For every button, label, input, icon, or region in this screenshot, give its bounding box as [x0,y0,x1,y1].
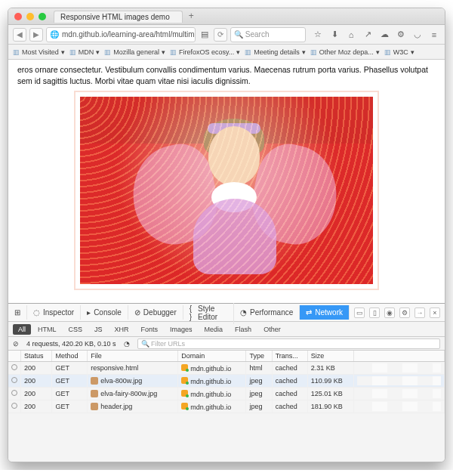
download-icon[interactable]: ⬇ [328,29,341,41]
bookmark-item[interactable]: ▥Mozilla general ▾ [104,48,165,56]
pick-element-button[interactable]: ⊞ [8,305,27,320]
bookmark-item[interactable]: ▥W3C ▾ [384,48,414,56]
reload-button[interactable]: ⟳ [214,28,227,42]
tab-inspector[interactable]: ◌ Inspector [27,305,81,320]
reader-icon[interactable]: ▤ [199,29,211,41]
cell-size: 181.90 KB [307,400,353,413]
menu-icon[interactable]: ≡ [428,29,440,41]
traffic-lights [14,13,46,20]
filter-all[interactable]: All [13,324,31,335]
page-content: eros ornare consectetur. Vestibulum conv… [8,60,445,303]
tab-performance[interactable]: ◔ Performance [234,305,300,320]
status-dot-icon [11,403,17,409]
thumb-icon [91,403,98,410]
thumb-icon [91,377,98,385]
table-row[interactable]: 200GETelva-800w.jpgmdn.github.iojpegcach… [8,375,445,388]
back-button[interactable]: ◀ [13,28,26,42]
bookmark-item[interactable]: ▥Other Moz depa... ▾ [310,48,380,56]
url-text: mdn.github.io/learning-area/html/multime… [62,30,196,39]
bookmarks-bar: ▥Most Visited ▾ ▥MDN ▾ ▥Mozilla general … [8,45,445,60]
filter-xhr[interactable]: XHR [109,324,134,335]
dev-icon[interactable]: ⚙ [395,29,407,41]
col-transferred[interactable]: Trans... [272,351,307,362]
cell-status: 200 [21,362,52,375]
filter-images[interactable]: Images [165,324,198,335]
filter-html[interactable]: HTML [32,324,62,335]
col-size[interactable]: Size [307,351,353,362]
new-tab-button[interactable]: + [184,11,199,23]
bookmark-item[interactable]: ▥FirefoxOS ecosy... ▾ [170,48,240,56]
col-status[interactable]: Status [21,351,52,362]
filter-media[interactable]: Media [199,324,229,335]
table-header-row: Status Method File Domain Type Trans... … [8,351,445,362]
responsive-icon[interactable]: ▯ [369,308,380,318]
hero-image [76,92,378,289]
filter-fonts[interactable]: Fonts [136,324,164,335]
status-dot-icon [11,377,17,383]
network-status: ⊘ 4 requests, 420.20 KB, 0.10 s ◔ 🔍 Filt… [8,337,445,351]
cell-method: GET [52,388,88,400]
cell-transferred: cached [272,375,307,388]
browser-window: Responsive HTML images demo + ◀ ▶ 🌐 mdn.… [8,8,445,462]
star-icon[interactable]: ☆ [312,29,324,41]
close-icon[interactable] [14,13,22,20]
cell-domain: mdn.github.io [178,362,246,375]
folder-icon: ▥ [310,48,317,56]
tab-style-editor[interactable]: { } Style Editor [183,301,234,324]
pocket-icon[interactable]: ◡ [411,29,424,41]
bookmark-item[interactable]: ▥MDN ▾ [69,48,100,56]
forward-button[interactable]: ▶ [29,28,43,42]
col-type[interactable]: Type [246,351,272,362]
cloud-icon[interactable]: ☁ [378,29,390,41]
cell-type: jpeg [246,388,272,400]
table-row[interactable]: 200GETelva-fairy-800w.jpgmdn.github.iojp… [8,388,445,400]
tab-console[interactable]: ▸ Console [81,305,128,320]
split-console-icon[interactable]: ▭ [354,308,365,318]
minimize-icon[interactable] [26,13,34,20]
search-field[interactable]: 🔍 Search [230,27,306,42]
dock-icon[interactable]: → [414,308,425,318]
cell-status: 200 [21,400,52,413]
tab-debugger[interactable]: ⊘ Debugger [128,305,183,320]
home-icon[interactable]: ⌂ [345,29,357,41]
cell-size: 2.31 KB [307,362,353,375]
table-row[interactable]: 200GETheader.jpgmdn.github.iojpegcached1… [8,400,445,413]
cell-file: header.jpg [88,400,178,413]
col-file[interactable]: File [88,351,178,362]
tab-network[interactable]: ⇄ Network [300,305,350,320]
tab-strip: Responsive HTML images demo + [54,11,199,23]
thumb-icon [91,390,98,397]
filter-js[interactable]: JS [89,324,108,335]
cell-method: GET [52,362,88,375]
filter-css[interactable]: CSS [63,324,88,335]
browser-tab[interactable]: Responsive HTML images demo [54,11,183,23]
network-table: Status Method File Domain Type Trans... … [8,351,445,462]
search-icon: 🔍 [234,30,243,39]
cell-status: 200 [21,375,52,388]
folder-icon: ▥ [170,48,177,56]
network-filter-bar: All HTML CSS JS XHR Fonts Images Media F… [8,322,445,337]
table-row[interactable]: 200GETresponsive.htmlmdn.github.iohtmlca… [8,362,445,375]
filter-other[interactable]: Other [258,324,286,335]
cell-file: elva-800w.jpg [88,375,178,388]
filter-urls-input[interactable]: 🔍 Filter URLs [137,338,440,349]
col-timeline[interactable]: 0 ms 80 ms [354,351,445,362]
url-field[interactable]: 🌐 mdn.github.io/learning-area/html/multi… [46,27,196,42]
clear-icon[interactable]: ⊘ [13,340,19,348]
bookmark-item[interactable]: ▥Meeting details ▾ [245,48,306,56]
screenshot-icon[interactable]: ◉ [384,308,395,318]
cell-transferred: cached [272,362,307,375]
close-devtools-icon[interactable]: × [430,308,440,318]
col-method[interactable]: Method [52,351,88,362]
stopwatch-icon[interactable]: ◔ [124,340,130,348]
cell-size: 125.01 KB [307,388,353,400]
share-icon[interactable]: ↗ [362,29,374,41]
col-domain[interactable]: Domain [178,351,246,362]
address-bar: ◀ ▶ 🌐 mdn.github.io/learning-area/html/m… [8,25,445,45]
bookmark-item[interactable]: ▥Most Visited ▾ [13,48,65,56]
filter-flash[interactable]: Flash [230,324,257,335]
cell-transferred: cached [272,400,307,413]
zoom-icon[interactable] [39,13,46,20]
settings-icon[interactable]: ⚙ [399,308,410,318]
cell-status: 200 [21,388,52,400]
